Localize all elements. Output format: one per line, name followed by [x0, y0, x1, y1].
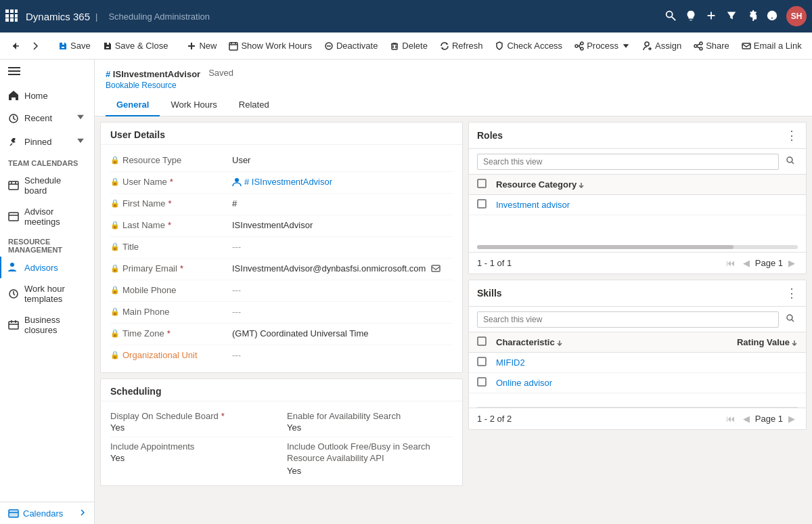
skills-row-2[interactable]: Online advisor [469, 373, 806, 393]
tab-general[interactable]: General [106, 94, 160, 116]
sidebar-item-calendars[interactable]: Calendars [0, 502, 94, 524]
share-button[interactable]: Share [688, 38, 735, 53]
include-outlook-value[interactable]: Yes [287, 466, 453, 476]
skills-footer: 1 - 2 of 2 ⏮ ◀ Page 1 ▶ [469, 408, 806, 429]
sidebar-item-work-hour-templates[interactable]: Work hour templates [0, 278, 94, 309]
assign-button[interactable]: Assign [637, 38, 687, 53]
skills-next-page[interactable]: ▶ [786, 412, 798, 425]
svg-rect-7 [10, 18, 14, 22]
skills-row-1-value[interactable]: MIFID2 [496, 357, 792, 368]
roles-search-button[interactable] [783, 153, 798, 170]
skills-more-button[interactable]: ⋮ [786, 286, 798, 301]
help-icon[interactable] [766, 9, 778, 24]
forward-button[interactable] [26, 37, 45, 56]
skills-search-button[interactable] [783, 311, 798, 328]
user-name-value[interactable]: # ISInvestmentAdvisor [232, 175, 453, 187]
last-name-row: 🔒 Last Name ISInvestmentAdvisor [110, 215, 453, 237]
gear-icon[interactable] [746, 9, 758, 24]
include-appointments-value[interactable]: Yes [110, 453, 276, 463]
first-name-value[interactable]: # [232, 197, 453, 209]
roles-prev-page[interactable]: ◀ [740, 257, 752, 269]
lightbulb-icon[interactable] [685, 9, 697, 24]
roles-next-page[interactable]: ▶ [786, 257, 798, 269]
sidebar-item-advisor-meetings[interactable]: Advisor meetings [0, 201, 94, 232]
svg-rect-24 [742, 43, 750, 49]
sidebar-item-recent[interactable]: Recent [0, 106, 94, 130]
time-zone-row: 🔒 Time Zone (GMT) Coordinated Universal … [110, 324, 453, 345]
show-work-hours-button[interactable]: Show Work Hours [223, 38, 317, 53]
refresh-button[interactable]: Refresh [434, 38, 489, 53]
org-unit-value[interactable]: --- [232, 349, 453, 360]
enable-availability-value[interactable]: Yes [287, 422, 453, 433]
record-title-hash: # [106, 69, 113, 79]
check-access-button[interactable]: Check Access [489, 38, 568, 53]
sidebar-item-pinned[interactable]: Pinned [0, 130, 94, 154]
record-subtitle[interactable]: Bookable Resource [106, 81, 801, 90]
hamburger-icon[interactable] [0, 60, 94, 85]
skills-row-1[interactable]: MIFID2 [469, 353, 806, 373]
user-name-label: 🔒 User Name [110, 175, 232, 187]
search-icon[interactable] [664, 9, 677, 24]
svg-rect-31 [9, 213, 18, 221]
svg-rect-30 [9, 181, 18, 190]
include-appointments-cell: Include Appointments Yes [110, 437, 281, 480]
new-button[interactable]: New [181, 38, 222, 53]
save-button[interactable]: Save [53, 38, 96, 53]
mobile-phone-value[interactable]: --- [232, 284, 453, 295]
lock-icon-9: 🔒 [110, 329, 120, 338]
back-button[interactable] [5, 37, 24, 56]
lock-icon-6: 🔒 [110, 264, 120, 273]
skills-prev-page[interactable]: ◀ [740, 412, 752, 425]
tab-work-hours[interactable]: Work Hours [160, 94, 227, 116]
main-phone-value[interactable]: --- [232, 305, 453, 317]
include-outlook-cell: Include Outlook Free/Busy in Search Reso… [281, 437, 453, 480]
skills-row-1-checkbox[interactable] [477, 357, 491, 368]
skills-table-header: Characteristic Rating Value [469, 332, 806, 353]
last-name-value[interactable]: ISInvestmentAdvisor [232, 219, 453, 230]
last-name-label: 🔒 Last Name [110, 219, 232, 230]
skills-search-input[interactable] [477, 311, 779, 328]
roles-more-button[interactable]: ⋮ [786, 128, 798, 143]
roles-row-1[interactable]: Investment advisor [469, 195, 806, 215]
sidebar-item-home[interactable]: Home [0, 85, 94, 106]
email-compose-icon [431, 264, 441, 274]
email-link-button[interactable]: Email a Link [736, 38, 807, 53]
svg-point-17 [575, 45, 578, 47]
roles-scrollbar[interactable] [477, 245, 798, 249]
save-close-button[interactable]: Save & Close [97, 38, 174, 53]
funnel-icon[interactable] [725, 9, 738, 24]
svg-rect-8 [15, 18, 18, 22]
deactivate-button[interactable]: Deactivate [319, 38, 383, 53]
display-on-board-value[interactable]: Yes [110, 422, 276, 433]
skills-row-2-checkbox[interactable] [477, 377, 491, 389]
sidebar-item-schedule-board[interactable]: Schedule board [0, 170, 94, 201]
record-tabs: General Work Hours Related [106, 94, 801, 116]
characteristic-col-header[interactable]: Characteristic [496, 337, 731, 347]
delete-button[interactable]: Delete [384, 38, 433, 53]
roles-row-1-checkbox[interactable] [477, 199, 491, 211]
svg-point-22 [700, 47, 702, 50]
primary-email-value[interactable]: ISInvestmentAdvisor@dynbasfsi.onmicrosof… [232, 262, 453, 274]
resource-category-col-header[interactable]: Resource Category [496, 179, 585, 190]
avatar[interactable]: SH [786, 6, 807, 26]
sidebar-item-business-closures[interactable]: Business closures [0, 309, 94, 341]
title-value[interactable]: --- [232, 240, 453, 252]
roles-row-1-value[interactable]: Investment advisor [496, 200, 570, 210]
roles-first-page[interactable]: ⏮ [723, 257, 738, 269]
flow-button[interactable]: Flow [809, 38, 812, 53]
svg-point-32 [10, 263, 14, 267]
waffle-icon[interactable] [5, 9, 18, 24]
svg-rect-38 [432, 265, 440, 271]
plus-icon[interactable] [705, 9, 717, 24]
rating-value-col-header[interactable]: Rating Value [737, 337, 798, 347]
sidebar-item-advisors[interactable]: Advisors [0, 257, 94, 278]
process-button[interactable]: Process [569, 38, 636, 53]
record-header: # ISInvestmentAdvisor Saved Bookable Res… [95, 60, 812, 116]
tab-related[interactable]: Related [228, 94, 280, 116]
skills-row-2-value[interactable]: Online advisor [496, 378, 792, 388]
roles-table-header: Resource Category [469, 175, 806, 195]
module-name: Scheduling Administration [108, 12, 210, 22]
skills-first-page[interactable]: ⏮ [723, 412, 738, 425]
roles-search-input[interactable] [477, 154, 779, 170]
time-zone-value[interactable]: (GMT) Coordinated Universal Time [232, 327, 453, 339]
